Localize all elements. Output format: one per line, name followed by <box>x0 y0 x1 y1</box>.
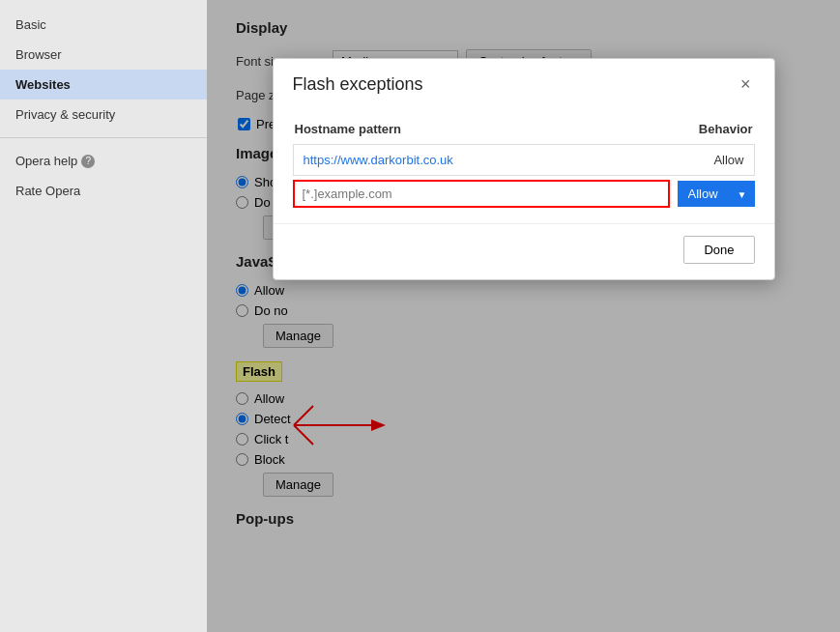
sidebar-item-websites[interactable]: Websites <box>0 70 207 100</box>
sidebar-item-label: Browser <box>15 47 62 62</box>
flash-exceptions-modal: Flash exceptions × Hostname pattern Beha… <box>273 58 775 280</box>
sidebar-divider <box>0 137 207 138</box>
behavior-select-wrapper[interactable]: Allow Block Ask ▼ <box>678 181 755 207</box>
modal-footer: Done <box>274 223 774 279</box>
sidebar-item-label: Privacy & security <box>15 107 115 122</box>
sidebar-item-opera-help[interactable]: Opera help ? <box>0 146 207 176</box>
hostname-value: https://www.darkorbit.co.uk <box>304 153 453 167</box>
sidebar-item-rate-opera[interactable]: Rate Opera <box>0 176 207 206</box>
sidebar-item-label: Basic <box>15 17 46 32</box>
sidebar-item-browser[interactable]: Browser <box>0 40 207 70</box>
table-row: https://www.darkorbit.co.uk Allow <box>293 144 755 176</box>
modal-overlay: Flash exceptions × Hostname pattern Beha… <box>207 0 840 632</box>
col-hostname-header: Hostname pattern <box>295 122 402 136</box>
modal-title: Flash exceptions <box>293 74 423 95</box>
table-header: Hostname pattern Behavior <box>293 122 755 136</box>
sidebar-item-label: Opera help <box>15 154 77 168</box>
hostname-input[interactable] <box>293 180 670 208</box>
sidebar-item-basic[interactable]: Basic <box>0 10 207 40</box>
add-exception-row: Allow Block Ask ▼ <box>293 180 755 208</box>
main-content: Display Font size: Medium ▼ Customize fo… <box>207 0 840 632</box>
behavior-value: Allow <box>713 153 743 167</box>
col-behavior-header: Behavior <box>699 122 753 136</box>
help-icon: ? <box>81 155 95 168</box>
sidebar-item-label: Websites <box>15 77 71 92</box>
done-button[interactable]: Done <box>683 236 754 264</box>
sidebar-item-label: Rate Opera <box>15 184 80 198</box>
sidebar-item-privacy[interactable]: Privacy & security <box>0 100 207 129</box>
behavior-select[interactable]: Allow Block Ask <box>678 181 755 207</box>
modal-body: Hostname pattern Behavior https://www.da… <box>274 106 774 223</box>
modal-header: Flash exceptions × <box>274 59 774 106</box>
sidebar: Basic Browser Websites Privacy & securit… <box>0 0 207 632</box>
modal-close-button[interactable]: × <box>737 74 755 95</box>
